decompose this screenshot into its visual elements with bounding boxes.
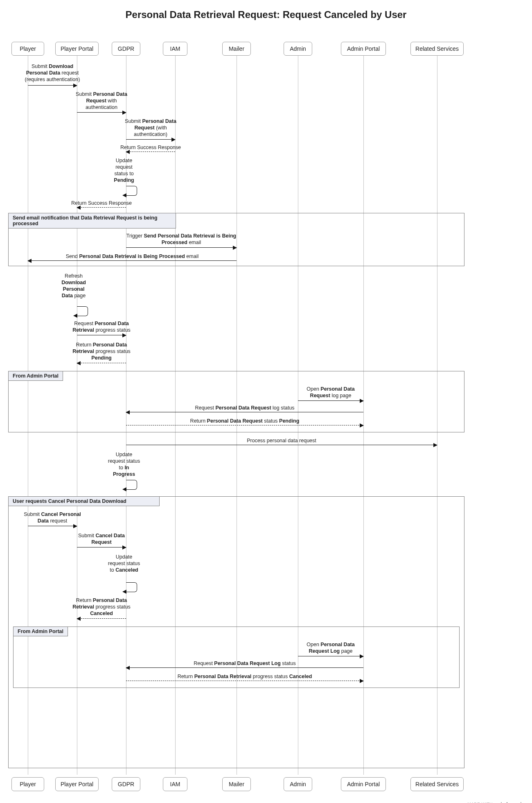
group-email-title: Send email notification that Data Retrie… (8, 213, 176, 228)
msg-trigger-email: Trigger Send Personal Data Retrieval is … (124, 233, 239, 246)
msg-submit-download: Submit Download Personal Data request (r… (22, 63, 83, 83)
arrow-m11 (77, 363, 126, 363)
group-admin-portal-1-title: From Admin Portal (8, 371, 63, 381)
msg-req-log-status: Request Personal Data Request log status (183, 405, 306, 411)
msg-submit-pdr-iam: Submit Personal Data Request (with authe… (124, 118, 177, 138)
msg-ret-log-pending: Return Personal Data Request status Pend… (179, 418, 310, 424)
arrow-m7 (126, 247, 237, 248)
arrow-m15 (126, 445, 437, 445)
msg-req-progress: Request Personal Data Retrieval progress… (71, 320, 132, 333)
arrow-m8 (28, 260, 237, 261)
actor-header-player-portal: Player Portal (55, 42, 99, 56)
actor-footer-mailer: Mailer (222, 777, 251, 791)
msg-update-inprogress: Update request status to In Progress (108, 451, 140, 477)
arrow-m4 (126, 152, 175, 152)
diagram-title: Personal Data Retrieval Request: Request… (0, 9, 532, 20)
msg-req-log-status-2: Request Personal Data Request Log status (179, 660, 310, 667)
actor-header-iam: IAM (163, 42, 187, 56)
arrow-m20 (77, 618, 126, 619)
arrow-m21 (298, 656, 363, 656)
actor-header-gdpr: GDPR (112, 42, 140, 56)
arrow-m22 (126, 667, 363, 668)
arrow-m14 (126, 425, 363, 425)
msg-open-log-page-2: Open Personal Data Request Log page (300, 641, 361, 654)
actor-header-admin: Admin (284, 42, 312, 56)
actor-footer-player-portal: Player Portal (55, 777, 99, 791)
arrow-m23 (126, 681, 363, 681)
arrow-m3 (126, 139, 175, 140)
actor-footer-iam: IAM (163, 777, 187, 791)
msg-update-pending: Update request status to Pending (110, 157, 138, 183)
arrow-m10 (77, 335, 126, 335)
arrow-m17 (28, 526, 77, 526)
arrow-m2 (77, 112, 126, 113)
arrow-m12 (298, 400, 363, 401)
selfloop-m16 (126, 480, 137, 490)
msg-ret-progress-canceled-2: Return Personal Data Retrieval progress … (167, 673, 322, 680)
selfloop-m19 (126, 582, 137, 592)
msg-process-request: Process personal data request (228, 437, 335, 444)
msg-submit-cancel: Submit Cancel Personal Data request (24, 511, 81, 524)
actor-header-player: Player (11, 42, 44, 56)
msg-open-log-page: Open Personal Data Request log page (300, 386, 361, 399)
msg-refresh-page: Refresh Download Personal Data page (57, 273, 90, 299)
actor-header-mailer: Mailer (222, 42, 251, 56)
msg-ret-progress-canceled: Return Personal Data Retrieval progress … (71, 597, 132, 617)
arrow-m6 (77, 207, 126, 208)
group-cancel-title: User requests Cancel Personal Data Downl… (8, 496, 160, 506)
group-admin-portal-2-title: From Admin Portal (13, 627, 68, 636)
msg-submit-pdr: Submit Personal Data Request with authen… (75, 91, 128, 111)
arrow-m13 (126, 412, 363, 412)
actor-header-related: Related Services (410, 42, 464, 56)
selfloop-m9 (77, 306, 88, 316)
watermark: made with swimlanes.io (467, 801, 525, 803)
actor-footer-related: Related Services (410, 777, 464, 791)
msg-update-canceled: Update request status to Canceled (108, 554, 140, 573)
actor-footer-admin-portal: Admin Portal (341, 777, 386, 791)
arrow-m18 (77, 547, 126, 547)
msg-send-email: Send Personal Data Retrieval is Being Pr… (46, 253, 218, 260)
arrow-m1 (28, 85, 77, 86)
msg-ret-progress-pending: Return Personal Data Retrieval progress … (71, 342, 132, 361)
actor-header-admin-portal: Admin Portal (341, 42, 386, 56)
msg-submit-cancel-data: Submit Cancel Data Request (73, 532, 130, 545)
actor-footer-player: Player (11, 777, 44, 791)
selfloop-m5 (126, 186, 137, 196)
actor-footer-admin: Admin (284, 777, 312, 791)
sequence-diagram: Personal Data Retrieval Request: Request… (0, 9, 532, 803)
actor-footer-gdpr: GDPR (112, 777, 140, 791)
